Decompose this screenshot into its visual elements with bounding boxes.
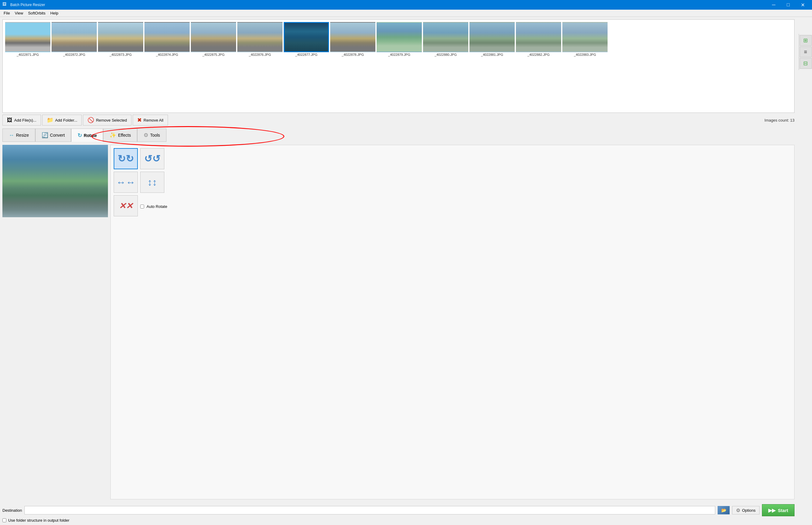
tab-convert[interactable]: Convert xyxy=(35,129,71,142)
rotate-row-3: ✕ Auto Rotate xyxy=(114,195,791,216)
resize-tab-icon xyxy=(9,132,14,138)
body-panel: ↻ ↺ ↔ ↕ ✕ xyxy=(2,145,795,499)
rotate-grid: ↻ ↺ ↔ ↕ ✕ xyxy=(114,148,791,216)
auto-rotate-row: Auto Rotate xyxy=(140,196,167,216)
flip-horizontal-icon: ↔ xyxy=(116,177,135,188)
rotate-row-2: ↔ ↕ xyxy=(114,172,791,193)
list-item[interactable]: _4022873.JPG xyxy=(98,22,143,57)
main-content: _4022871.JPG _4022872.JPG _4022873.JPG _… xyxy=(0,17,812,525)
use-folder-structure-checkbox[interactable] xyxy=(2,519,6,522)
view-sidebar xyxy=(799,34,812,70)
detail-view-button[interactable] xyxy=(800,58,812,69)
grid-view-button[interactable] xyxy=(800,35,812,46)
tab-tools[interactable]: Tools xyxy=(137,129,167,142)
add-folder-button[interactable]: Add Folder... xyxy=(42,115,82,125)
folder-structure-row: Use folder structure in output folder xyxy=(2,518,795,523)
list-item[interactable]: _4022872.JPG xyxy=(51,22,97,57)
file-toolbar: Add File(s)... Add Folder... Remove Sele… xyxy=(2,115,795,125)
rotate-tab-icon xyxy=(78,132,82,139)
convert-tab-icon xyxy=(42,132,48,138)
list-item[interactable]: _4022880.JPG xyxy=(423,22,468,57)
tab-bar: Resize Convert Rotate Effects Tools xyxy=(2,127,795,143)
flip-horizontal-button[interactable]: ↔ xyxy=(114,172,138,193)
menu-file[interactable]: File xyxy=(1,10,12,16)
rotate-cw-button[interactable]: ↻ xyxy=(114,148,138,169)
list-item[interactable]: _4022876.JPG xyxy=(237,22,282,57)
maximize-button[interactable]: □ xyxy=(781,0,795,10)
rotate-panel: ↻ ↺ ↔ ↕ ✕ xyxy=(110,145,795,499)
rotate-cw-icon: ↻ xyxy=(118,153,134,164)
list-view-button[interactable] xyxy=(800,46,812,57)
window-controls: ─ □ ✕ xyxy=(767,0,810,10)
effects-tab-icon xyxy=(109,132,116,138)
preview-panel xyxy=(2,145,108,217)
image-gallery: _4022871.JPG _4022872.JPG _4022873.JPG _… xyxy=(2,19,795,113)
browse-icon xyxy=(721,508,727,513)
list-item[interactable]: _4022874.JPG xyxy=(144,22,190,57)
grid-view-icon xyxy=(803,37,808,44)
auto-rotate-checkbox[interactable] xyxy=(140,205,144,209)
list-item[interactable]: _4022879.JPG xyxy=(377,22,422,57)
list-item[interactable]: _4022883.JPG xyxy=(562,22,608,57)
start-button[interactable]: Start xyxy=(762,504,795,516)
menu-softorbits[interactable]: SoftOrbits xyxy=(26,10,48,16)
list-item[interactable]: _4022871.JPG xyxy=(5,22,50,57)
menu-bar: File View SoftOrbits Help xyxy=(0,10,812,17)
add-files-icon xyxy=(7,117,12,123)
list-item[interactable]: _4022881.JPG xyxy=(469,22,515,57)
list-view-icon xyxy=(804,49,807,55)
auto-rotate-label: Auto Rotate xyxy=(146,204,167,209)
detail-view-icon xyxy=(803,60,808,67)
title-bar: 🖼 Batch Picture Resizer ─ □ ✕ xyxy=(0,0,812,10)
rotate-ccw-button[interactable]: ↺ xyxy=(140,148,164,169)
rotate-row-1: ↻ ↺ xyxy=(114,148,791,169)
flip-vertical-button[interactable]: ↕ xyxy=(140,172,164,193)
destination-input[interactable] xyxy=(25,506,715,514)
options-button[interactable]: Options xyxy=(732,506,760,514)
rotate-ccw-icon: ↺ xyxy=(144,153,160,164)
add-folder-icon xyxy=(47,117,53,123)
list-item[interactable]: _4022882.JPG xyxy=(516,22,561,57)
use-folder-structure-label: Use folder structure in output folder xyxy=(8,518,69,523)
clear-rotation-button[interactable]: ✕ xyxy=(114,195,138,216)
list-item[interactable]: _4022878.JPG xyxy=(330,22,375,57)
tab-rotate[interactable]: Rotate xyxy=(71,129,104,142)
menu-help[interactable]: Help xyxy=(48,10,61,16)
destination-browse-button[interactable] xyxy=(718,506,730,514)
preview-image xyxy=(2,145,108,217)
app-title: Batch Picture Resizer xyxy=(10,3,767,7)
list-item[interactable]: _4022875.JPG xyxy=(191,22,236,57)
close-button[interactable]: ✕ xyxy=(796,0,810,10)
tab-resize[interactable]: Resize xyxy=(2,129,35,142)
clear-rotation-icon: ✕ xyxy=(119,201,133,211)
gear-icon xyxy=(736,508,740,513)
flip-vertical-icon: ↕ xyxy=(147,177,157,188)
remove-all-button[interactable]: Remove All xyxy=(133,115,168,125)
app-icon: 🖼 xyxy=(2,2,9,8)
list-item[interactable]: _4022877.JPG xyxy=(284,22,329,57)
minimize-button[interactable]: ─ xyxy=(767,0,781,10)
destination-bar: Destination Options Start xyxy=(2,504,795,516)
tab-effects[interactable]: Effects xyxy=(103,129,137,142)
remove-all-icon xyxy=(137,117,142,123)
images-count: Images count: 13 xyxy=(764,118,795,122)
remove-selected-button[interactable]: Remove Selected xyxy=(83,115,131,125)
tools-tab-icon xyxy=(143,132,149,138)
start-arrow-icon xyxy=(768,508,776,513)
add-files-button[interactable]: Add File(s)... xyxy=(2,115,41,125)
destination-label: Destination xyxy=(2,508,22,513)
menu-view[interactable]: View xyxy=(12,10,26,16)
remove-selected-icon xyxy=(88,117,94,123)
